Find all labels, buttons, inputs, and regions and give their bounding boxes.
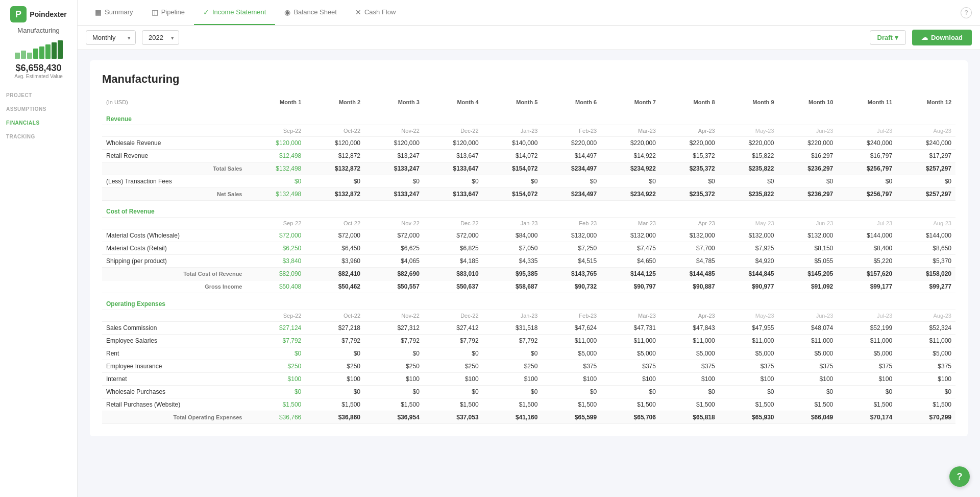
col-month5: Month 5 xyxy=(483,96,542,108)
gi-m12: $99,277 xyxy=(896,280,955,293)
nav-financials[interactable]: FINANCIALS xyxy=(0,117,77,128)
wp-m1: $0 xyxy=(246,386,305,398)
draft-button[interactable]: Draft ▾ xyxy=(870,30,906,45)
es-m6: $11,000 xyxy=(542,335,601,347)
int-m7: $100 xyxy=(601,373,660,386)
tf-m4: $0 xyxy=(424,175,483,188)
ei-m6: $375 xyxy=(542,360,601,373)
rent-m3: $0 xyxy=(364,347,424,360)
tab-balance-sheet[interactable]: ◉ Balance Sheet xyxy=(275,0,346,25)
tab-pipeline[interactable]: ◫ Pipeline xyxy=(142,0,194,25)
draft-label: Draft xyxy=(877,34,893,41)
draft-chevron-icon: ▾ xyxy=(895,34,898,41)
shipping-label: Shipping (per product) xyxy=(102,255,246,268)
wholesale-purchases-label: Wholesale Purchases xyxy=(102,386,246,398)
mcr-m5: $7,050 xyxy=(483,242,542,255)
rr-m12: $17,297 xyxy=(896,150,955,162)
mini-bar xyxy=(45,44,51,59)
gi-m9: $90,977 xyxy=(719,280,778,293)
total-cor-label: Total Cost of Revenue xyxy=(102,268,246,280)
wp-m10: $0 xyxy=(778,386,838,398)
mcr-label: Material Costs (Retail) xyxy=(102,242,246,255)
portfolio-label: Avg. Estimated Value xyxy=(14,74,63,79)
internet-row: Internet $100 $100 $100 $100 $100 $100 $… xyxy=(102,373,955,386)
sh-m1: $3,840 xyxy=(246,255,305,268)
ts-m9: $235,822 xyxy=(719,162,778,175)
col-month4: Month 4 xyxy=(424,96,483,108)
download-button[interactable]: ☁ Download xyxy=(912,30,972,45)
period-select-wrapper[interactable]: Monthly Quarterly Annually xyxy=(86,30,136,45)
tcor-m9: $144,845 xyxy=(719,268,778,280)
floating-help-button[interactable]: ? xyxy=(949,466,970,487)
nav-assumptions[interactable]: ASSUMPTIONS xyxy=(0,103,77,114)
mcr-m6: $7,250 xyxy=(542,242,601,255)
wholesale-purchases-row: Wholesale Purchases $0 $0 $0 $0 $0 $0 $0… xyxy=(102,386,955,398)
mcw-m9: $132,000 xyxy=(719,229,778,242)
mcw-m8: $132,000 xyxy=(660,229,719,242)
year-select[interactable]: 2020 2021 2022 2023 xyxy=(142,30,179,45)
balance-icon: ◉ xyxy=(284,8,290,16)
mcw-m4: $72,000 xyxy=(424,229,483,242)
gi-m11: $99,177 xyxy=(837,280,896,293)
col-month1: Month 1 xyxy=(246,96,305,108)
tab-summary[interactable]: ▦ Summary xyxy=(86,0,142,25)
sidebar: P Poindexter Manufacturing $6,658,430 Av… xyxy=(0,0,78,497)
financial-table: (In USD) Month 1 Month 2 Month 3 Month 4… xyxy=(102,96,955,424)
int-m6: $100 xyxy=(542,373,601,386)
date-apr23: Apr-23 xyxy=(660,125,719,137)
wp-m6: $0 xyxy=(542,386,601,398)
wr-m9: $220,000 xyxy=(719,137,778,150)
rp-m2: $1,500 xyxy=(305,398,364,411)
mini-bar xyxy=(58,40,63,59)
sc-m5: $31,518 xyxy=(483,322,542,335)
rp-m10: $1,500 xyxy=(778,398,838,411)
rr-m8: $15,372 xyxy=(660,150,719,162)
toe-m11: $70,174 xyxy=(837,411,896,424)
mini-bar xyxy=(39,46,44,59)
total-sales-row: Total Sales $132,498 $132,872 $133,247 $… xyxy=(102,162,955,175)
year-select-wrapper[interactable]: 2020 2021 2022 2023 xyxy=(142,30,179,45)
sc-m7: $47,731 xyxy=(601,322,660,335)
rent-m2: $0 xyxy=(305,347,364,360)
help-button[interactable]: ? xyxy=(961,7,972,18)
rent-m1: $0 xyxy=(246,347,305,360)
pipeline-icon: ◫ xyxy=(152,8,158,16)
ts-m3: $133,247 xyxy=(364,162,424,175)
mini-bar xyxy=(27,53,32,59)
mcr-m12: $8,650 xyxy=(896,242,955,255)
es-m12: $11,000 xyxy=(896,335,955,347)
mcw-m5: $84,000 xyxy=(483,229,542,242)
sc-m1: $27,124 xyxy=(246,322,305,335)
rent-m9: $5,000 xyxy=(719,347,778,360)
ei-m10: $375 xyxy=(778,360,838,373)
toolbar: Monthly Quarterly Annually 2020 2021 202… xyxy=(78,26,980,50)
nav-label-financials: FINANCIALS xyxy=(6,117,71,128)
employee-insurance-label: Employee Insurance xyxy=(102,360,246,373)
mcr-m10: $8,150 xyxy=(778,242,838,255)
mcr-m7: $7,475 xyxy=(601,242,660,255)
summary-icon: ▦ xyxy=(95,8,102,16)
wp-m11: $0 xyxy=(837,386,896,398)
toe-m5: $41,160 xyxy=(483,411,542,424)
mcr-m3: $6,625 xyxy=(364,242,424,255)
nav-tracking[interactable]: TRACKING xyxy=(0,131,77,141)
rp-m3: $1,500 xyxy=(364,398,424,411)
gi-m7: $90,797 xyxy=(601,280,660,293)
wp-m12: $0 xyxy=(896,386,955,398)
main-content: ▦ Summary ◫ Pipeline ✓ Income Statement … xyxy=(78,0,980,497)
mcw-label: Material Costs (Wholesale) xyxy=(102,229,246,242)
es-m1: $7,792 xyxy=(246,335,305,347)
wp-m4: $0 xyxy=(424,386,483,398)
tcor-m12: $158,020 xyxy=(896,268,955,280)
period-select[interactable]: Monthly Quarterly Annually xyxy=(86,30,136,45)
mini-bar xyxy=(33,49,38,59)
tab-income-statement[interactable]: ✓ Income Statement xyxy=(194,0,276,25)
mcr-m9: $7,925 xyxy=(719,242,778,255)
nav-project[interactable]: PROJECT xyxy=(0,89,77,100)
tab-cash-flow[interactable]: ✕ Cash Flow xyxy=(346,0,405,25)
tcor-m4: $83,010 xyxy=(424,268,483,280)
gi-m3: $50,557 xyxy=(364,280,424,293)
rp-m12: $1,500 xyxy=(896,398,955,411)
opex-dates-row: Sep-22Oct-22Nov-22Dec-22Jan-23Feb-23Mar-… xyxy=(102,310,955,322)
revenue-section-header: Revenue xyxy=(102,108,955,125)
